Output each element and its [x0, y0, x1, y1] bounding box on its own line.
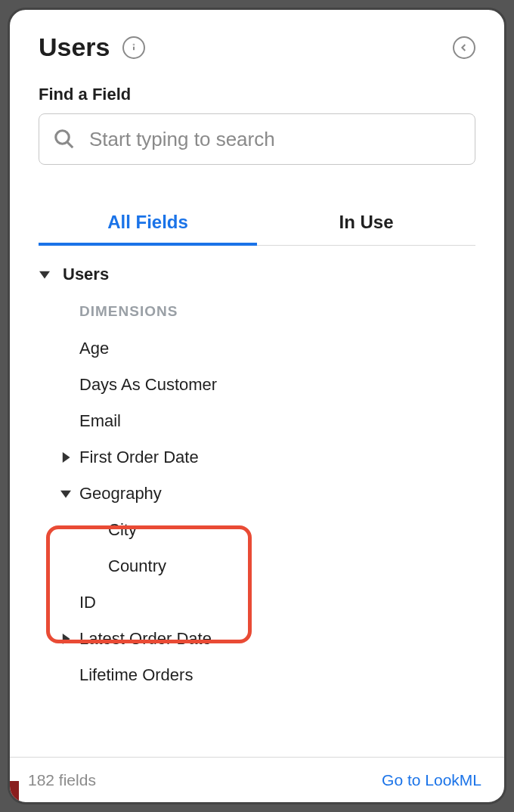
field-city[interactable]: City: [10, 512, 504, 548]
field-group-geography[interactable]: Geography: [10, 476, 504, 512]
title-left: Users: [39, 33, 145, 62]
search-box[interactable]: [39, 113, 475, 165]
chevron-down-icon: [34, 269, 55, 280]
collapse-icon[interactable]: [453, 36, 475, 59]
tab-in-use[interactable]: In Use: [257, 201, 475, 245]
footer: 182 fields Go to LookML: [10, 757, 504, 802]
svg-marker-4: [39, 271, 50, 279]
chevron-right-icon: [55, 634, 76, 644]
svg-point-1: [133, 44, 134, 45]
search-icon: [53, 128, 76, 150]
tab-all-fields[interactable]: All Fields: [39, 201, 257, 245]
field-first-order-date[interactable]: First Order Date: [10, 439, 504, 476]
field-id[interactable]: ID: [10, 584, 504, 621]
search-input[interactable]: [89, 128, 461, 151]
dimensions-heading: DIMENSIONS: [10, 293, 504, 330]
svg-marker-5: [63, 452, 70, 463]
header: Users Find a Field All Fields In Use: [10, 10, 504, 246]
field-picker-panel: Users Find a Field All Fields In Use: [8, 8, 506, 804]
title-row: Users: [39, 33, 475, 62]
view-group-label: Users: [63, 265, 109, 284]
field-age[interactable]: Age: [10, 330, 504, 367]
decorative-edge: [10, 781, 19, 802]
chevron-right-icon: [55, 452, 76, 463]
chevron-down-icon: [55, 488, 76, 499]
field-country[interactable]: Country: [10, 548, 504, 584]
field-tree: Users DIMENSIONS Age Days As Customer Em…: [10, 246, 504, 757]
svg-marker-7: [63, 634, 70, 644]
svg-line-3: [67, 142, 73, 148]
field-latest-order-date[interactable]: Latest Order Date: [10, 621, 504, 657]
field-email[interactable]: Email: [10, 403, 504, 439]
explore-title: Users: [39, 33, 110, 62]
view-group-users[interactable]: Users: [10, 256, 504, 293]
field-lifetime-orders[interactable]: Lifetime Orders: [10, 657, 504, 693]
svg-marker-6: [60, 491, 71, 498]
field-days-as-customer[interactable]: Days As Customer: [10, 367, 504, 403]
go-to-lookml-link[interactable]: Go to LookML: [382, 771, 481, 789]
find-field-label: Find a Field: [39, 85, 475, 104]
svg-point-2: [56, 131, 70, 144]
field-count: 182 fields: [28, 771, 96, 789]
info-icon[interactable]: [122, 36, 145, 59]
tabs: All Fields In Use: [39, 201, 475, 246]
